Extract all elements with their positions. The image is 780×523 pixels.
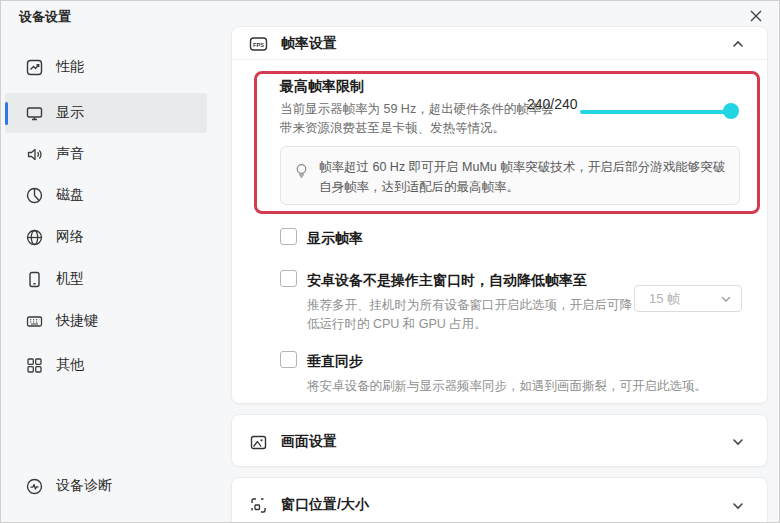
section-title: 窗口位置/大小 xyxy=(281,496,369,514)
window-resize-icon xyxy=(249,497,268,514)
auto-lower-fps-checkbox[interactable] xyxy=(280,270,297,287)
chevron-down-icon[interactable] xyxy=(731,435,745,449)
sidebar-item-label: 网络 xyxy=(56,228,84,246)
fps-slider-thumb[interactable] xyxy=(723,103,739,119)
window-position-size-card[interactable]: 窗口位置/大小 xyxy=(231,477,768,523)
picture-settings-card[interactable]: 画面设置 xyxy=(231,414,768,467)
sidebar-item-label: 声音 xyxy=(56,145,84,163)
chevron-up-icon[interactable] xyxy=(731,37,745,51)
fps-icon: FPS xyxy=(249,36,268,53)
picture-settings-header: 画面设置 xyxy=(249,426,337,458)
section-title: 帧率设置 xyxy=(281,35,337,53)
display-icon xyxy=(25,104,43,122)
sidebar-item-label: 显示 xyxy=(56,104,84,122)
lightbulb-icon xyxy=(294,163,309,180)
sidebar-item-label: 设备诊断 xyxy=(56,477,112,495)
sound-icon xyxy=(25,145,43,163)
sidebar-item-label: 其他 xyxy=(56,356,84,374)
max-fps-limit-title: 最高帧率限制 xyxy=(280,78,364,96)
section-title: 画面设置 xyxy=(281,433,337,451)
diagnostics-icon xyxy=(25,477,43,495)
sidebar-item-other[interactable]: 其他 xyxy=(1,345,207,385)
sidebar-item-shortcut-keys[interactable]: 快捷键 xyxy=(1,301,207,341)
auto-lower-fps-description: 推荐多开、挂机时为所有设备窗口开启此选项，开启后可降低运行时的 CPU 和 GP… xyxy=(307,296,639,335)
device-settings-dialog: 设备设置 性能 显示 声音 磁盘 xyxy=(0,0,780,523)
sidebar-item-label: 机型 xyxy=(56,270,84,288)
sidebar-item-display[interactable]: 显示 xyxy=(5,93,207,133)
svg-text:FPS: FPS xyxy=(253,42,264,48)
show-fps-label: 显示帧率 xyxy=(307,230,363,248)
chevron-down-icon[interactable] xyxy=(731,499,745,513)
fps-slider-value: 240/240 xyxy=(527,96,578,112)
sidebar-selected-indicator xyxy=(5,102,8,125)
chevron-down-icon xyxy=(720,293,732,305)
network-icon xyxy=(25,228,43,246)
fps-target-dropdown-value: 15 帧 xyxy=(649,290,680,308)
vsync-checkbox[interactable] xyxy=(280,351,297,368)
vsync-label: 垂直同步 xyxy=(307,353,363,371)
max-fps-limit-description: 当前显示器帧率为 59 Hz，超出硬件条件的帧率会带来资源浪费甚至是卡顿、发热等… xyxy=(280,100,554,139)
sidebar-item-sound[interactable]: 声音 xyxy=(1,134,207,174)
other-icon xyxy=(25,356,43,374)
sidebar-item-disk[interactable]: 磁盘 xyxy=(1,175,207,215)
performance-icon xyxy=(25,58,43,76)
header-divider xyxy=(232,59,767,60)
frame-rate-settings-card: FPS 帧率设置 最高帧率限制 当前显示器帧率为 59 Hz，超出硬件条件的帧率… xyxy=(231,26,768,404)
fps-target-dropdown[interactable]: 15 帧 xyxy=(634,285,742,312)
fps-tip-text: 帧率超过 60 Hz 即可开启 MuMu 帧率突破技术，开启后部分游戏能够突破自… xyxy=(319,157,727,197)
sidebar-item-label: 磁盘 xyxy=(56,186,84,204)
window-position-size-header: 窗口位置/大小 xyxy=(249,489,369,521)
fps-slider[interactable] xyxy=(580,110,733,114)
device-model-icon xyxy=(25,270,43,288)
auto-lower-fps-label: 安卓设备不是操作主窗口时，自动降低帧率至 xyxy=(307,272,587,290)
sidebar-item-diagnostics[interactable]: 设备诊断 xyxy=(1,466,207,506)
sidebar-item-label: 性能 xyxy=(56,58,84,76)
picture-icon xyxy=(249,434,268,451)
fps-tip-box: 帧率超过 60 Hz 即可开启 MuMu 帧率突破技术，开启后部分游戏能够突破自… xyxy=(280,146,740,205)
sidebar-item-network[interactable]: 网络 xyxy=(1,217,207,257)
close-icon[interactable] xyxy=(743,4,769,28)
shortcut-keys-icon xyxy=(25,312,43,330)
disk-icon xyxy=(25,186,43,204)
frame-rate-settings-header[interactable]: FPS 帧率设置 xyxy=(249,28,337,60)
sidebar: 性能 显示 声音 磁盘 网络 xyxy=(1,1,216,523)
vsync-description: 将安卓设备的刷新与显示器频率同步，如遇到画面撕裂，可开启此选项。 xyxy=(307,377,769,396)
sidebar-item-performance[interactable]: 性能 xyxy=(1,47,207,87)
sidebar-item-label: 快捷键 xyxy=(56,312,98,330)
sidebar-item-device-model[interactable]: 机型 xyxy=(1,259,207,299)
show-fps-checkbox[interactable] xyxy=(280,228,297,245)
